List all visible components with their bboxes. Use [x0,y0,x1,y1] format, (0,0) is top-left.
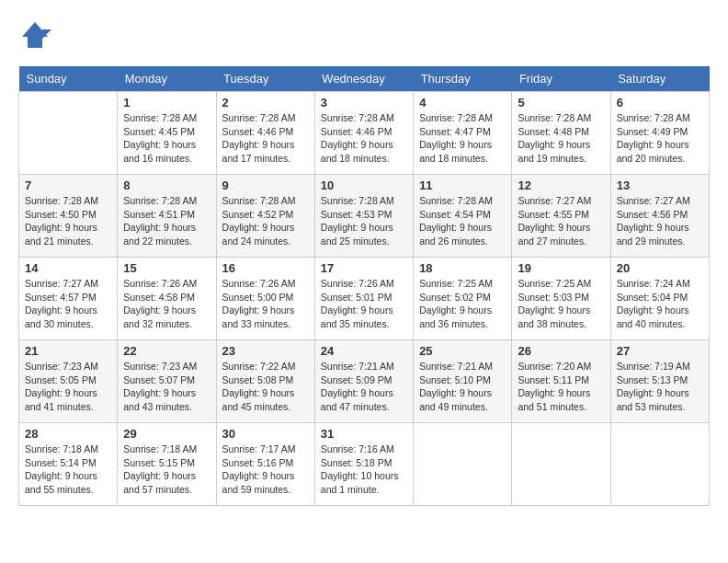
calendar-cell: 15Sunrise: 7:26 AM Sunset: 4:58 PM Dayli… [118,258,216,340]
day-number: 5 [518,96,604,109]
day-info: Sunrise: 7:24 AM Sunset: 5:04 PM Dayligh… [617,277,703,331]
day-info: Sunrise: 7:18 AM Sunset: 5:14 PM Dayligh… [25,442,111,497]
day-number: 23 [222,344,309,358]
calendar-cell: 20Sunrise: 7:24 AM Sunset: 5:04 PM Dayli… [610,258,709,340]
day-number: 10 [321,178,407,192]
day-number: 18 [419,261,506,275]
day-info: Sunrise: 7:28 AM Sunset: 4:48 PM Dayligh… [518,111,604,166]
calendar-cell: 14Sunrise: 7:27 AM Sunset: 4:57 PM Dayli… [19,258,118,340]
day-info: Sunrise: 7:27 AM Sunset: 4:57 PM Dayligh… [25,277,111,331]
calendar-cell: 12Sunrise: 7:27 AM Sunset: 4:55 PM Dayli… [512,175,610,258]
calendar-cell: 8Sunrise: 7:28 AM Sunset: 4:51 PM Daylig… [118,175,216,258]
day-number: 6 [617,96,703,109]
day-info: Sunrise: 7:28 AM Sunset: 4:46 PM Dayligh… [222,111,309,166]
day-info: Sunrise: 7:28 AM Sunset: 4:52 PM Dayligh… [222,194,309,248]
day-number: 3 [321,96,407,109]
day-number: 26 [518,344,604,358]
calendar-cell: 30Sunrise: 7:17 AM Sunset: 5:16 PM Dayli… [216,423,314,506]
calendar-cell: 16Sunrise: 7:26 AM Sunset: 5:00 PM Dayli… [216,258,314,340]
day-info: Sunrise: 7:23 AM Sunset: 5:05 PM Dayligh… [25,360,111,414]
week-row-1: 1Sunrise: 7:28 AM Sunset: 4:45 PM Daylig… [19,92,710,175]
calendar-cell: 6Sunrise: 7:28 AM Sunset: 4:49 PM Daylig… [610,92,709,175]
logo [18,18,55,52]
day-number: 19 [518,261,604,275]
day-number: 21 [25,344,111,358]
calendar-cell: 25Sunrise: 7:21 AM Sunset: 5:10 PM Dayli… [414,340,512,423]
day-info: Sunrise: 7:28 AM Sunset: 4:53 PM Dayligh… [321,194,407,248]
day-info: Sunrise: 7:23 AM Sunset: 5:07 PM Dayligh… [123,360,210,414]
calendar-cell: 13Sunrise: 7:27 AM Sunset: 4:56 PM Dayli… [610,175,709,258]
calendar-cell: 24Sunrise: 7:21 AM Sunset: 5:09 PM Dayli… [314,340,413,423]
calendar-cell: 29Sunrise: 7:18 AM Sunset: 5:15 PM Dayli… [118,423,216,506]
day-number: 28 [25,427,111,441]
calendar-cell: 3Sunrise: 7:28 AM Sunset: 4:46 PM Daylig… [314,92,413,175]
day-info: Sunrise: 7:17 AM Sunset: 5:16 PM Dayligh… [222,442,309,497]
day-number: 12 [518,178,604,192]
day-info: Sunrise: 7:21 AM Sunset: 5:09 PM Dayligh… [321,360,407,414]
day-number: 14 [25,261,111,275]
day-info: Sunrise: 7:27 AM Sunset: 4:55 PM Dayligh… [518,194,604,248]
day-info: Sunrise: 7:26 AM Sunset: 4:58 PM Dayligh… [123,277,210,331]
day-number: 15 [123,261,210,275]
calendar-cell: 19Sunrise: 7:25 AM Sunset: 5:03 PM Dayli… [512,258,610,340]
day-info: Sunrise: 7:16 AM Sunset: 5:18 PM Dayligh… [321,442,407,497]
calendar-cell [414,423,512,506]
day-number: 16 [222,261,309,275]
calendar-cell: 10Sunrise: 7:28 AM Sunset: 4:53 PM Dayli… [314,175,413,258]
day-number: 27 [617,344,703,358]
day-number: 25 [419,344,506,358]
day-info: Sunrise: 7:19 AM Sunset: 5:13 PM Dayligh… [617,360,703,414]
day-info: Sunrise: 7:28 AM Sunset: 4:45 PM Dayligh… [123,111,210,166]
day-info: Sunrise: 7:22 AM Sunset: 5:08 PM Dayligh… [222,360,309,414]
calendar-cell [512,423,610,506]
calendar-cell [610,423,709,506]
calendar-cell: 28Sunrise: 7:18 AM Sunset: 5:14 PM Dayli… [19,423,118,506]
day-number: 7 [25,178,111,192]
day-number: 29 [123,427,210,441]
header-friday: Friday [512,66,610,92]
day-info: Sunrise: 7:21 AM Sunset: 5:10 PM Dayligh… [419,360,506,414]
day-number: 31 [321,427,407,441]
header-sunday: Sunday [19,66,118,92]
calendar-cell: 23Sunrise: 7:22 AM Sunset: 5:08 PM Dayli… [216,340,314,423]
header-wednesday: Wednesday [314,66,413,92]
day-number: 11 [419,178,506,192]
header-saturday: Saturday [610,66,709,92]
day-info: Sunrise: 7:28 AM Sunset: 4:47 PM Dayligh… [419,111,506,166]
header-monday: Monday [118,66,216,92]
week-row-4: 21Sunrise: 7:23 AM Sunset: 5:05 PM Dayli… [19,340,710,423]
day-number: 9 [222,178,309,192]
day-number: 13 [617,178,703,192]
calendar-cell: 18Sunrise: 7:25 AM Sunset: 5:02 PM Dayli… [414,258,512,340]
day-info: Sunrise: 7:27 AM Sunset: 4:56 PM Dayligh… [617,194,703,248]
day-number: 24 [321,344,407,358]
header-tuesday: Tuesday [216,66,314,92]
day-info: Sunrise: 7:26 AM Sunset: 5:01 PM Dayligh… [321,277,407,331]
day-info: Sunrise: 7:25 AM Sunset: 5:02 PM Dayligh… [419,277,506,331]
logo-icon [18,18,51,52]
day-info: Sunrise: 7:25 AM Sunset: 5:03 PM Dayligh… [518,277,604,331]
calendar-cell: 26Sunrise: 7:20 AM Sunset: 5:11 PM Dayli… [512,340,610,423]
calendar-cell: 2Sunrise: 7:28 AM Sunset: 4:46 PM Daylig… [216,92,314,175]
day-info: Sunrise: 7:28 AM Sunset: 4:49 PM Dayligh… [617,111,703,166]
day-info: Sunrise: 7:20 AM Sunset: 5:11 PM Dayligh… [518,360,604,414]
day-info: Sunrise: 7:28 AM Sunset: 4:46 PM Dayligh… [321,111,407,166]
day-number: 22 [123,344,210,358]
calendar-cell [19,92,118,175]
day-number: 20 [617,261,703,275]
svg-marker-2 [42,29,51,39]
day-number: 4 [419,96,506,109]
calendar-cell: 5Sunrise: 7:28 AM Sunset: 4:48 PM Daylig… [512,92,610,175]
day-number: 2 [222,96,309,109]
day-number: 17 [321,261,407,275]
calendar-header-row: SundayMondayTuesdayWednesdayThursdayFrid… [19,66,710,92]
day-number: 1 [123,96,210,109]
calendar-cell: 1Sunrise: 7:28 AM Sunset: 4:45 PM Daylig… [118,92,216,175]
day-info: Sunrise: 7:28 AM Sunset: 4:54 PM Dayligh… [419,194,506,248]
week-row-5: 28Sunrise: 7:18 AM Sunset: 5:14 PM Dayli… [19,423,710,506]
calendar-cell: 21Sunrise: 7:23 AM Sunset: 5:05 PM Dayli… [19,340,118,423]
day-info: Sunrise: 7:28 AM Sunset: 4:50 PM Dayligh… [25,194,111,248]
calendar-cell: 31Sunrise: 7:16 AM Sunset: 5:18 PM Dayli… [314,423,413,506]
day-number: 8 [123,178,210,192]
week-row-2: 7Sunrise: 7:28 AM Sunset: 4:50 PM Daylig… [19,175,710,258]
